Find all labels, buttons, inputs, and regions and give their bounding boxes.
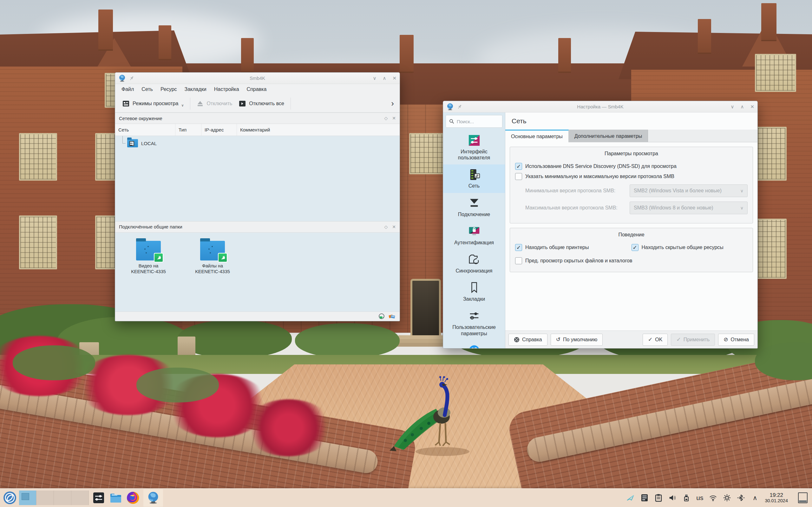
column-ip[interactable]: IP-адрес <box>201 124 237 135</box>
network-dock-title: Сетевое окружение <box>119 116 162 121</box>
sidebar-item-bookmarks[interactable]: Закладки <box>443 278 505 306</box>
sidebar-item-profiles[interactable]: Профили <box>443 340 505 348</box>
settings-sidebar: Поиск... Интерфейс пользователя <box>443 112 505 348</box>
desktop-3[interactable] <box>54 491 71 505</box>
hidden-files-checkbox[interactable] <box>515 257 522 264</box>
sidebar-item-authentication[interactable]: Аутентификация <box>443 221 505 249</box>
sidebar-item-network[interactable]: Сеть <box>443 164 505 193</box>
defaults-button[interactable]: По умолчанию <box>551 334 603 346</box>
desktop-4[interactable] <box>71 491 89 505</box>
help-icon <box>514 337 519 343</box>
column-type[interactable]: Тип <box>175 124 201 135</box>
tray-expander-icon[interactable] <box>751 494 759 502</box>
tray-paper-plane-icon[interactable] <box>626 494 635 502</box>
cancel-button[interactable]: Отмена <box>718 334 754 346</box>
hidden-shares-label[interactable]: Находить скрытые общие ресурсы <box>642 245 723 250</box>
tab-advanced-settings[interactable]: Дополнительные параметры <box>569 130 648 142</box>
share-label-line2: KEENETIC-4335 <box>195 269 230 274</box>
share-folder-icon <box>136 241 161 261</box>
network-tree[interactable]: Сеть Тип IP-адрес Комментарий LOCAL <box>115 124 400 221</box>
network-browser-dock: Сетевое окружение Сеть Тип IP-адрес Комм… <box>115 112 400 221</box>
minimize-icon[interactable] <box>730 104 734 110</box>
shared-printers-checkbox[interactable] <box>515 244 522 251</box>
sidebar-item-user-interface[interactable]: Интерфейс пользователя <box>443 130 505 164</box>
window-title: Настройка — Smb4K <box>443 104 757 109</box>
tray-usb-device-icon[interactable] <box>682 494 691 502</box>
ok-label: OK <box>655 337 662 343</box>
dnssd-label[interactable]: Использование DNS Service Discovery (DNS… <box>525 164 676 169</box>
menu-share[interactable]: Ресурс <box>157 85 180 94</box>
dnssd-checkbox[interactable] <box>515 163 522 170</box>
unmount-all-button[interactable]: Отключить все <box>235 97 287 110</box>
tray-bluetooth-icon[interactable] <box>737 494 745 502</box>
tray-night-color-icon[interactable] <box>723 494 731 502</box>
toolbar-overflow-icon[interactable] <box>389 99 396 108</box>
desktop-1[interactable] <box>19 491 37 505</box>
sidebar-item-synchronization[interactable]: Синхронизация <box>443 249 505 278</box>
menu-settings[interactable]: Настройка <box>211 85 242 94</box>
menu-bookmarks[interactable]: Закладки <box>182 85 210 94</box>
help-button[interactable]: Справка <box>508 334 548 346</box>
smb4k-app-icon <box>446 103 454 111</box>
application-launcher-button[interactable] <box>3 491 17 505</box>
float-panel-icon[interactable] <box>384 224 388 229</box>
taskbar: us 19:22 30.01.2024 <box>0 488 812 507</box>
browse-settings-group: Параметры просмотра Использование DNS Se… <box>510 147 753 223</box>
sidebar-item-mounting[interactable]: Подключение <box>443 193 505 221</box>
maximize-icon[interactable] <box>740 104 744 110</box>
show-desktop-button[interactable] <box>798 493 808 503</box>
ok-button[interactable]: OK <box>643 334 668 346</box>
digital-clock[interactable]: 19:22 30.01.2024 <box>765 492 788 503</box>
dolphin-launcher[interactable] <box>108 491 123 505</box>
virtual-desktop-pager[interactable] <box>19 491 89 505</box>
keyboard-layout-indicator[interactable]: us <box>696 494 703 502</box>
tray-clipboard-icon[interactable] <box>654 494 663 502</box>
settings-footer: Справка По умолчанию OK Применить <box>505 331 757 348</box>
smb-versions-checkbox[interactable] <box>515 173 522 180</box>
sidebar-item-custom-options[interactable]: Пользовательские параметры <box>443 306 505 340</box>
system-settings-launcher[interactable] <box>91 491 106 505</box>
tray-volume-icon[interactable] <box>668 494 676 502</box>
view-modes-button[interactable]: Режимы просмотра <box>119 97 187 110</box>
column-network[interactable]: Сеть <box>115 124 175 135</box>
close-icon[interactable] <box>750 104 754 110</box>
network-item-local[interactable]: LOCAL <box>115 136 400 151</box>
tray-server-icon[interactable] <box>641 494 649 502</box>
main-menubar: Файл Сеть Ресурс Закладки Настройка Спра… <box>115 84 400 95</box>
share-item-video[interactable]: Видео на KEENETIC-4335 <box>125 238 172 274</box>
pin-icon[interactable] <box>129 76 134 81</box>
column-comment[interactable]: Комментарий <box>237 124 400 135</box>
desktop-2[interactable] <box>37 491 54 505</box>
maximize-icon[interactable] <box>383 75 386 81</box>
tray-wifi-icon[interactable] <box>709 494 717 502</box>
min-smb-version-value: SMB2 (Windows Vista и более новые) <box>634 188 722 193</box>
smb4k-task-button[interactable] <box>143 489 163 507</box>
menu-help[interactable]: Справка <box>244 85 270 94</box>
share-item-files[interactable]: Файлы на KEENETIC-4335 <box>189 238 236 274</box>
close-icon[interactable] <box>392 75 397 81</box>
hidden-files-label[interactable]: Пред. просмотр скрытых файлов и каталого… <box>525 258 632 264</box>
float-panel-icon[interactable] <box>384 116 388 121</box>
min-smb-version-label: Минимальная версия протокола SMB: <box>525 188 624 193</box>
close-panel-icon[interactable] <box>392 116 396 121</box>
hidden-shares-checkbox[interactable] <box>631 244 639 251</box>
settings-titlebar[interactable]: Настройка — Smb4K <box>443 101 757 112</box>
search-placeholder: Поиск... <box>457 119 474 124</box>
close-panel-icon[interactable] <box>392 224 396 229</box>
group-title: Поведение <box>515 231 748 241</box>
minimize-icon[interactable] <box>373 75 376 81</box>
menu-file[interactable]: Файл <box>118 85 137 94</box>
launcher-icon <box>3 491 17 505</box>
pin-icon[interactable] <box>457 104 462 109</box>
mounting-icon <box>468 197 480 210</box>
menu-network[interactable]: Сеть <box>138 85 156 94</box>
firefox-launcher[interactable] <box>125 491 140 505</box>
tab-basic-settings[interactable]: Основные параметры <box>505 130 569 142</box>
settings-search-input[interactable]: Поиск... <box>446 115 502 128</box>
main-titlebar[interactable]: Smb4K <box>115 72 400 84</box>
shared-printers-label[interactable]: Находить общие принтеры <box>525 245 589 250</box>
view-list-icon <box>122 100 130 107</box>
cancel-label: Отмена <box>731 337 749 343</box>
smb-versions-label[interactable]: Указать минимальную и максимальную верси… <box>525 174 674 179</box>
sidebar-item-label: Синхронизация <box>456 268 493 274</box>
